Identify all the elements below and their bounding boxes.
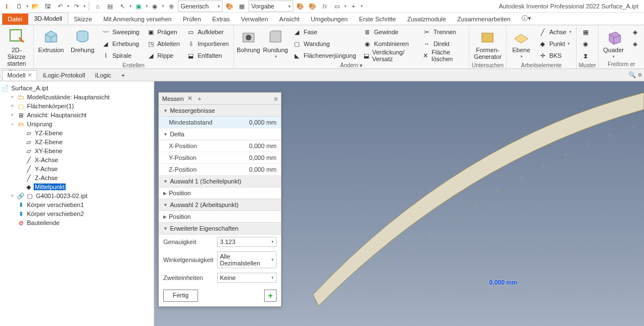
tree-item[interactable]: +▢Flächenkörper(1): [1, 102, 153, 111]
panel-menu-icon[interactable]: ≡: [274, 95, 278, 102]
punkt-button[interactable]: ◆Punkt▾: [536, 38, 574, 49]
plus-icon[interactable]: +: [348, 1, 359, 12]
ebene-button[interactable]: Ebene▾: [509, 26, 533, 60]
wandung-button[interactable]: ▢Wandung: [290, 38, 358, 49]
new-icon[interactable]: 🗋: [13, 1, 25, 12]
importieren-button[interactable]: ⇩Importieren: [184, 38, 231, 49]
section-erweitert[interactable]: ▼Erweiterte Eigenschaften: [159, 223, 281, 235]
appearance-icon[interactable]: ◉: [149, 1, 160, 12]
bohrung-button[interactable]: Bohrung: [236, 26, 261, 54]
ff1-button[interactable]: ◈: [628, 26, 642, 38]
appearance-combo[interactable]: Vorgabe▾: [249, 1, 293, 12]
muster1-button[interactable]: ▦: [579, 26, 592, 38]
fertig-button[interactable]: Fertig: [163, 290, 198, 302]
tree-item[interactable]: ▱YZ-Ebene: [1, 128, 153, 137]
fx-icon[interactable]: fx: [319, 1, 330, 12]
tree-item[interactable]: ▱XZ-Ebene: [1, 137, 153, 146]
quader-button[interactable]: Quader▾: [601, 26, 626, 60]
tab-zusammen[interactable]: Zusammenarbeiten: [452, 13, 516, 25]
tab-ansicht[interactable]: Ansicht: [274, 13, 305, 25]
tab-ilogic[interactable]: iLogic: [91, 71, 116, 80]
tree-item[interactable]: ╱X-Achse: [1, 155, 153, 164]
tab-3d-modell[interactable]: 3D-Modell: [28, 12, 68, 25]
color3-icon[interactable]: 🎨: [295, 1, 306, 12]
tree-item[interactable]: ╱Y-Achse: [1, 164, 153, 173]
genauigkeit-select[interactable]: 3.123▾: [217, 237, 277, 247]
gewinde-button[interactable]: ≣Gewinde: [361, 26, 418, 38]
open-icon[interactable]: 📂: [30, 1, 41, 12]
tree-item[interactable]: −🗁Ursprung: [1, 120, 153, 128]
select-icon[interactable]: ↖: [117, 1, 128, 12]
add-tab-icon[interactable]: +: [198, 95, 201, 102]
achse-button[interactable]: ╱Achse▾: [536, 26, 574, 38]
color1-icon[interactable]: 🎨: [224, 1, 235, 12]
tab-zusatz[interactable]: Zusatzmodule: [402, 13, 452, 25]
tree-mittelpunkt[interactable]: ◆Mittelpunkt: [1, 182, 153, 191]
tree-item[interactable]: +🗀Modellzustände: Hauptansicht: [1, 93, 153, 102]
section-auswahl1[interactable]: ▼Auswahl 1 (Scheitelpunkt): [159, 176, 281, 187]
3d-viewport[interactable]: 0,000 mm Messen ✕ + ≡ ▼Messergebnisse Mi…: [154, 81, 644, 326]
ff2-button[interactable]: ◈: [628, 38, 642, 49]
extrusion-button[interactable]: Extrusion: [36, 26, 66, 54]
close-icon[interactable]: ✕: [187, 95, 192, 102]
sphere-icon[interactable]: ⊕: [165, 1, 177, 12]
pane-icon[interactable]: ▤: [104, 1, 116, 12]
muster3-button[interactable]: ⧗: [579, 50, 592, 61]
tree-item[interactable]: +🔗▢G4001-0023-02.ipt: [1, 191, 153, 200]
material-icon[interactable]: ▣: [133, 1, 144, 12]
search-icon[interactable]: 🔍: [628, 71, 636, 79]
kombinieren-button[interactable]: ◉Kombinieren: [361, 38, 418, 49]
drehung-button[interactable]: Drehung: [68, 26, 96, 54]
tab-erste-schritte[interactable]: Erste Schritte: [353, 13, 402, 25]
erhebung-button[interactable]: ◢Erhebung: [99, 38, 141, 49]
tab-modell[interactable]: Modell✕: [2, 70, 37, 80]
menu-icon[interactable]: ≡: [638, 71, 642, 79]
redo-icon[interactable]: ↷: [71, 1, 82, 12]
muster2-button[interactable]: ◉: [579, 38, 592, 49]
add-selection-button[interactable]: +: [264, 290, 277, 302]
flaechen-button[interactable]: ◣Flächenverjüngung: [290, 50, 358, 61]
tree-item[interactable]: +⊞Ansicht: Hauptansicht: [1, 111, 153, 120]
tab-pruefen[interactable]: Prüfen: [177, 13, 206, 25]
zweit-select[interactable]: Keine▾: [217, 273, 277, 283]
tab-add[interactable]: +: [117, 71, 129, 80]
spirale-button[interactable]: ⌇Spirale: [99, 50, 141, 61]
verdickung-button[interactable]: ⬓Verdickung/ Versatz: [361, 50, 418, 61]
section-delta[interactable]: ▼Delta: [159, 128, 281, 140]
material-combo[interactable]: Generisch▾: [178, 1, 223, 12]
tree-root[interactable]: 📄Surface_A.ipt: [1, 84, 153, 93]
tree-item[interactable]: ⬍Körper verschieben1: [1, 200, 153, 209]
home-icon[interactable]: ⌂: [92, 1, 103, 12]
tab-verwalten[interactable]: Verwalten: [236, 13, 274, 25]
entfalten-button[interactable]: ⬓Entfalten: [184, 50, 231, 61]
help-icon[interactable]: ⓘ▾: [516, 12, 537, 25]
tab-anmerkung[interactable]: Mit Anmerkung versehen: [98, 13, 177, 25]
tree-item[interactable]: ⬍Körper verschieben2: [1, 209, 153, 218]
loeschen-button[interactable]: ✕Fläche löschen: [420, 50, 467, 61]
praegen-button[interactable]: ▣Prägen: [144, 26, 182, 38]
winkel-select[interactable]: Alle Dezimalstellen▾: [217, 251, 277, 268]
sweeping-button[interactable]: 〰Sweeping: [99, 26, 141, 38]
tree-item[interactable]: ▱XY-Ebene: [1, 146, 153, 155]
tab-extras[interactable]: Extras: [206, 13, 235, 25]
ableiten-button[interactable]: ◳Ableiten: [144, 38, 182, 49]
section-messergebnisse[interactable]: ▼Messergebnisse: [159, 105, 281, 117]
tab-skizze[interactable]: Skizze: [68, 13, 98, 25]
fase-button[interactable]: ◢Fase: [290, 26, 358, 38]
save-icon[interactable]: 🖫: [42, 1, 53, 12]
param-icon[interactable]: ▭: [332, 1, 343, 12]
bks-button[interactable]: ✛BKS: [536, 50, 574, 61]
tab-datei[interactable]: Datei: [2, 13, 28, 25]
tree-item[interactable]: ⊘Bauteilende: [1, 218, 153, 227]
section-auswahl1-pos[interactable]: ▶Position: [159, 187, 281, 199]
2d-sketch-button[interactable]: 2D-Skizze starten: [2, 26, 31, 68]
close-icon[interactable]: ✕: [27, 72, 32, 78]
color4-icon[interactable]: 🎨: [307, 1, 318, 12]
measure-header[interactable]: Messen ✕ + ≡: [159, 93, 281, 105]
tab-ilogic-protokoll[interactable]: iLogic-Protokoll: [38, 71, 89, 80]
rundung-button[interactable]: Rundung▾: [263, 26, 288, 60]
formen-button[interactable]: Formen- Generator: [472, 26, 504, 61]
tree-item[interactable]: ╱Z-Achse: [1, 173, 153, 182]
section-auswahl2[interactable]: ▼Auswahl 2 (Arbeitspunkt): [159, 199, 281, 211]
direkt-button[interactable]: ↔Direkt: [420, 38, 467, 49]
